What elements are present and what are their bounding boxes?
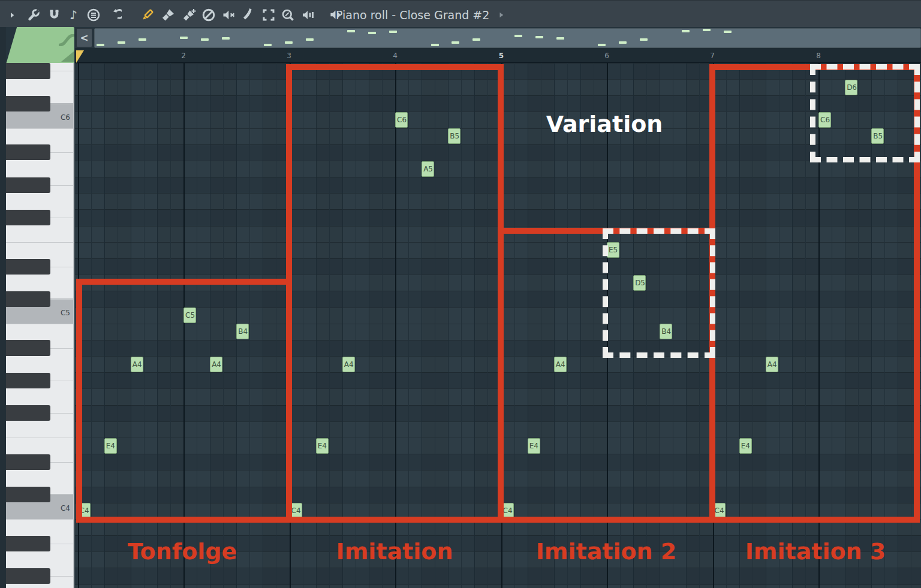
grid-line-vertical (210, 63, 210, 588)
piano-key-black[interactable] (6, 536, 50, 551)
resize-triangle-icon (61, 51, 74, 62)
note-grid[interactable]: C4E4A4C5A4B4C4E4A4C6A5B5C4E4A4E5D5B4C4E4… (75, 63, 921, 588)
section-label: Imitation (336, 538, 453, 565)
grid-line-vertical (766, 63, 766, 588)
grid-line-vertical (276, 63, 276, 588)
minimap-note (180, 37, 188, 39)
piano-key-black[interactable] (6, 210, 50, 225)
playhead-marker[interactable] (76, 50, 84, 63)
grid-line-vertical (170, 63, 171, 588)
note[interactable]: A4 (131, 357, 143, 372)
window-title: Piano roll - Close Grand #2 (336, 8, 489, 22)
note-icon[interactable]: ♪ (64, 5, 84, 25)
note[interactable]: E4 (528, 438, 540, 454)
grid-line-vertical (474, 63, 475, 588)
speaker-mute-icon[interactable] (219, 5, 239, 25)
piano-key-label: C5 (61, 309, 70, 317)
grid-line-vertical (567, 63, 568, 588)
section-label: Tonfolge (128, 538, 237, 565)
piano-key-black[interactable] (6, 340, 50, 355)
scroll-left-button[interactable]: < (76, 28, 92, 47)
minimap-note (368, 32, 376, 34)
note[interactable]: E4 (104, 438, 117, 454)
grid-line-vertical (91, 63, 92, 588)
section-outline-segment (498, 64, 504, 523)
piano-key-black[interactable] (6, 487, 50, 502)
note[interactable]: B4 (236, 324, 249, 339)
grid-line-vertical (382, 63, 383, 588)
pianoroll-corner-widget[interactable] (6, 27, 74, 64)
section-outline-segment (286, 64, 504, 70)
note[interactable]: B5 (448, 128, 460, 144)
white-key-separator (50, 104, 74, 104)
white-key-separator (50, 218, 74, 218)
note[interactable]: C5 (183, 307, 196, 323)
minimap-note (306, 38, 314, 41)
grid-line-vertical (356, 63, 356, 588)
piano-key-black[interactable] (6, 63, 50, 79)
ruler-bar-number: 6 (604, 52, 609, 60)
note[interactable]: A4 (210, 357, 222, 372)
white-key-separator (6, 519, 74, 520)
white-key-separator (50, 494, 74, 495)
minimap-note (724, 31, 732, 33)
minimap-note (139, 38, 146, 41)
grid-line-vertical (249, 63, 250, 588)
piano-key-black[interactable] (6, 454, 50, 470)
magnet-icon[interactable] (44, 5, 64, 25)
white-key-separator (50, 185, 74, 186)
pencil-icon[interactable] (137, 5, 158, 25)
grid-line-vertical (528, 63, 528, 588)
piano-key-label: C4 (61, 504, 70, 512)
piano-keyboard[interactable]: C6C5C4 (6, 63, 74, 588)
note[interactable]: A5 (422, 161, 434, 177)
mute-icon[interactable] (198, 5, 219, 25)
section-outline-segment (286, 64, 292, 523)
piano-key-black[interactable] (6, 405, 50, 421)
section-label: Imitation 3 (745, 538, 886, 565)
zoom-icon[interactable] (278, 5, 298, 25)
piano-key-black[interactable] (6, 568, 50, 584)
slide-icon[interactable] (239, 5, 259, 25)
brush-plus-icon[interactable] (179, 5, 200, 25)
piano-key-black[interactable] (6, 96, 50, 111)
options-icon[interactable] (83, 5, 104, 25)
svg-text:♪: ♪ (70, 8, 77, 22)
note[interactable]: E4 (739, 438, 752, 454)
menu-arrow-icon[interactable] (2, 5, 22, 25)
piano-key-black[interactable] (6, 177, 50, 193)
minimap[interactable] (94, 28, 921, 48)
select-icon[interactable] (258, 5, 279, 25)
grid-line-vertical (342, 63, 343, 588)
ruler-bar-number: 3 (287, 52, 291, 60)
grid-line-vertical (395, 63, 396, 588)
grid-line-vertical (118, 63, 118, 588)
brush-icon[interactable] (158, 5, 179, 25)
timeline-ruler[interactable]: 2345678 (75, 48, 921, 63)
grid-line-vertical (580, 63, 581, 588)
note[interactable]: C6 (395, 112, 408, 128)
note[interactable]: A4 (342, 357, 355, 372)
undo-icon[interactable] (104, 5, 125, 25)
piano-key-black[interactable] (6, 373, 50, 388)
piano-key-black[interactable] (6, 259, 50, 275)
white-key-separator (50, 413, 74, 414)
note[interactable]: A4 (554, 357, 567, 372)
left-edge-strip (0, 27, 6, 588)
grid-line-vertical (408, 63, 409, 588)
grid-line-vertical (753, 63, 753, 588)
grid-line-vertical (223, 63, 224, 588)
preview-icon[interactable] (298, 5, 318, 25)
white-key-separator (50, 267, 74, 267)
grid-line-vertical (197, 63, 197, 588)
piano-key-black[interactable] (6, 291, 50, 307)
note[interactable]: E4 (316, 438, 329, 454)
ruler-bar-number: 2 (181, 52, 186, 60)
wrench-icon[interactable] (23, 5, 44, 25)
minimap-note (556, 37, 564, 40)
grid-line-vertical (316, 63, 317, 588)
piano-key-black[interactable] (6, 144, 50, 160)
grid-line-vertical (157, 63, 158, 588)
note[interactable]: A4 (766, 357, 778, 372)
minimap-note (619, 41, 627, 44)
